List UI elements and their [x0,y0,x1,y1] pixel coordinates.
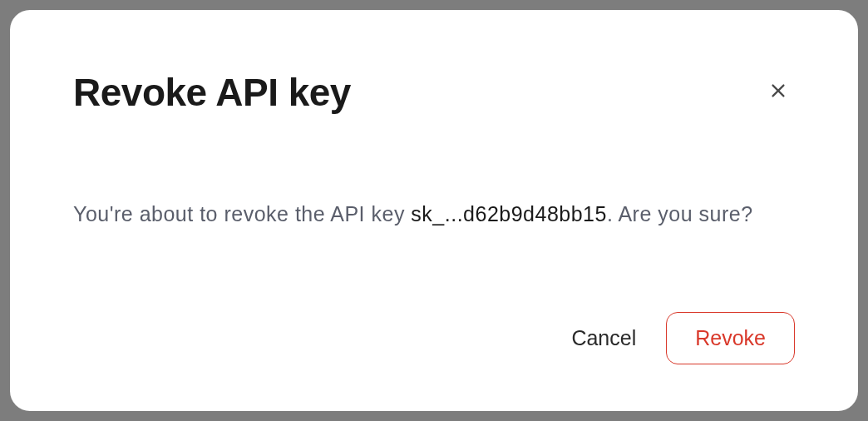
api-key-value: sk_...d62b9d48bb15 [411,202,607,225]
modal-body-text: You're about to revoke the API key sk_..… [73,198,795,230]
close-button[interactable] [765,78,792,105]
revoke-button[interactable]: Revoke [666,312,795,364]
modal-title: Revoke API key [73,70,795,115]
body-suffix: . Are you sure? [607,202,753,225]
close-icon [769,82,787,102]
modal-footer: Cancel Revoke [571,312,795,364]
cancel-button[interactable]: Cancel [571,326,636,350]
revoke-api-key-modal: Revoke API key You're about to revoke th… [10,10,858,411]
body-prefix: You're about to revoke the API key [73,202,411,225]
